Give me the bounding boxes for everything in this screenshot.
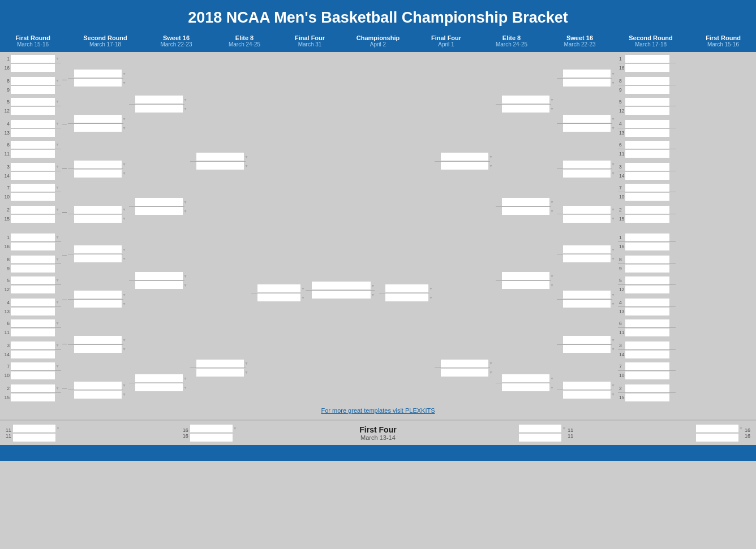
input-rr1-12b[interactable] [625,308,669,315]
input-rr1-9a[interactable] [625,234,669,241]
input-rr1-11a[interactable] [625,276,669,284]
input-l2-2b[interactable] [74,124,122,132]
input-ff1b[interactable] [13,434,55,442]
input-l1-10b[interactable] [11,265,55,273]
input-l1-15b[interactable] [11,371,55,379]
input-l1-2b[interactable] [11,86,55,94]
input-l1-7b[interactable] [11,193,55,201]
input-l2-4b[interactable] [74,215,122,223]
input-l1-15a[interactable] [11,362,55,370]
input-l2-7b[interactable] [74,345,122,353]
input-l1-12a[interactable] [11,299,55,306]
input-ls16-2b[interactable] [135,207,183,215]
input-re8-1a[interactable] [441,153,488,161]
input-rr1-10a[interactable] [625,256,669,263]
input-rr2-6a[interactable] [563,291,611,299]
input-l2-3b[interactable] [74,170,122,178]
input-l2-4a[interactable] [74,206,122,214]
input-rr1-1b[interactable] [625,64,669,72]
input-rr1-5a[interactable] [625,141,669,149]
input-le8-1b[interactable] [196,162,244,170]
input-rr2-1a[interactable] [563,70,611,77]
input-rr2-8a[interactable] [563,382,611,390]
input-ff4b[interactable] [696,434,738,442]
input-rr2-2a[interactable] [563,115,611,123]
input-rs16-3b[interactable] [502,281,549,289]
input-ls16-4a[interactable] [135,374,183,382]
input-l1-8b[interactable] [11,215,55,223]
input-rr1-9b[interactable] [625,243,669,250]
input-rr1-11b[interactable] [625,286,669,293]
input-rr2-5b[interactable] [563,254,611,262]
input-rr1-6b[interactable] [625,172,669,180]
input-rr2-2b[interactable] [563,124,611,132]
input-l2-1b[interactable] [74,79,122,87]
input-ff2b[interactable] [190,434,233,442]
input-l1-13b[interactable] [11,328,55,336]
plexkits-link[interactable]: For more great templates visit PLEXKITS [321,407,435,414]
input-rr1-4a[interactable] [625,120,669,128]
input-ff3a[interactable] [519,425,561,433]
input-l1-3b[interactable] [11,107,55,115]
input-rr1-16b[interactable] [625,394,669,401]
input-l2-7a[interactable] [74,336,122,344]
input-l1-11a[interactable] [11,276,55,284]
input-rr1-7a[interactable] [625,184,669,192]
input-rr1-12a[interactable] [625,299,669,306]
input-l2-5a[interactable] [74,245,122,253]
input-l2-5b[interactable] [74,254,122,262]
input-rr1-3b[interactable] [625,107,669,115]
input-rr2-7b[interactable] [563,345,611,353]
input-ls16-2a[interactable] [135,198,183,206]
input-rs16-3a[interactable] [502,272,549,280]
input-rs16-1b[interactable] [502,105,549,113]
input-l1-9b[interactable] [11,243,55,250]
input-rr1-8b[interactable] [625,215,669,223]
input-ls16-3b[interactable] [135,281,183,289]
input-rr2-6b[interactable] [563,300,611,308]
input-le8-2a[interactable] [196,360,244,368]
input-rr1-16a[interactable] [625,384,669,392]
input-rs16-4a[interactable] [502,374,549,382]
input-l1-12b[interactable] [11,308,55,315]
input-l1-16a[interactable] [11,384,55,392]
input-l1-4a[interactable] [11,120,55,128]
input-lff-1b[interactable] [257,293,300,301]
input-l2-8b[interactable] [74,391,122,399]
input-rr2-1b[interactable] [563,79,611,87]
input-rr1-15b[interactable] [625,371,669,379]
input-l1-8a[interactable] [11,206,55,214]
input-ls16-4b[interactable] [135,383,183,391]
input-rr1-14b[interactable] [625,351,669,358]
input-lff-1a[interactable] [257,284,300,292]
input-ff2a[interactable] [190,425,233,433]
input-ff4a[interactable] [696,425,738,433]
input-champ-1b[interactable] [312,291,371,299]
input-l1-7a[interactable] [11,184,55,192]
input-l2-8a[interactable] [74,382,122,390]
input-rr1-15a[interactable] [625,362,669,370]
input-le8-2b[interactable] [196,369,244,377]
input-l2-3a[interactable] [74,161,122,168]
input-ls16-1a[interactable] [135,96,183,103]
input-rr2-3b[interactable] [563,170,611,178]
input-rr1-7b[interactable] [625,193,669,201]
input-rr1-8a[interactable] [625,206,669,214]
input-ff1a[interactable] [13,425,55,433]
input-l2-2a[interactable] [74,115,122,123]
input-rff-1b[interactable] [385,293,428,301]
input-re8-1b[interactable] [441,162,488,170]
input-ls16-1b[interactable] [135,105,183,113]
input-rr1-10b[interactable] [625,265,669,273]
input-rs16-2a[interactable] [502,198,549,206]
input-l1-10a[interactable] [11,256,55,263]
input-re8-2a[interactable] [441,360,488,368]
input-l1-13a[interactable] [11,319,55,327]
input-rr1-2b[interactable] [625,86,669,94]
input-rr1-1a[interactable] [625,55,669,63]
input-l1-14b[interactable] [11,351,55,358]
input-rr1-13b[interactable] [625,328,669,336]
input-l2-6a[interactable] [74,291,122,299]
input-l1-14a[interactable] [11,341,55,349]
input-l1-11b[interactable] [11,286,55,293]
